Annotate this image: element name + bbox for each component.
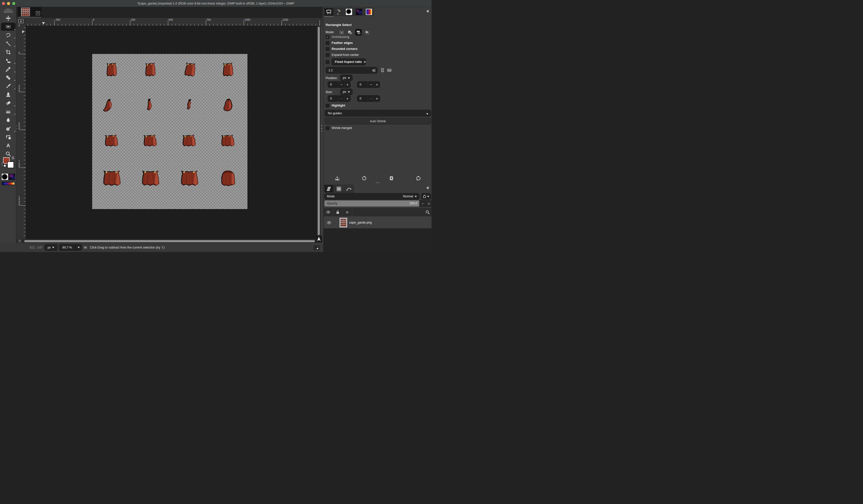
expand-from-center-checkbox[interactable] <box>326 53 329 57</box>
paintbrush-tool[interactable] <box>1 82 15 90</box>
ruler-label: 750 <box>18 160 21 167</box>
tab-gradients[interactable] <box>364 8 374 16</box>
mode-intersect-button[interactable] <box>364 29 370 36</box>
save-tool-preset-icon[interactable] <box>335 176 340 181</box>
fixed-aspect-checkbox[interactable] <box>326 60 329 64</box>
clone-tool[interactable] <box>1 91 15 99</box>
highlight-label: Highlight <box>332 104 345 107</box>
eraser-tool[interactable] <box>1 99 15 107</box>
zoom-level-field[interactable]: 60.7 % <box>59 244 75 251</box>
lock-icon <box>335 210 340 215</box>
mode-add-button[interactable] <box>347 29 353 36</box>
vertical-scrollbar[interactable] <box>317 26 321 239</box>
gradient-tool[interactable] <box>1 107 15 116</box>
chevron-down-icon <box>364 61 366 64</box>
opacity-decrement-button[interactable]: − <box>420 200 426 207</box>
tab-fonts[interactable]: abc <box>334 8 343 16</box>
layer-visibility-eye-icon[interactable] <box>327 220 332 225</box>
portrait-orientation-icon[interactable] <box>380 67 385 73</box>
text-tool[interactable] <box>1 141 15 150</box>
swap-colors-icon[interactable] <box>11 156 15 160</box>
move-tool[interactable] <box>1 14 15 22</box>
landscape-orientation-icon[interactable] <box>387 68 392 73</box>
reset-tool-options-icon[interactable] <box>416 176 421 181</box>
layer-row-cape-garde[interactable]: cape_garde.png <box>324 217 432 228</box>
zoom-dropdown-button[interactable] <box>75 244 82 251</box>
shrink-merged-checkbox[interactable] <box>326 126 329 130</box>
guides-dropdown[interactable]: No guides <box>325 110 431 117</box>
default-colors-bg-icon[interactable] <box>4 165 6 167</box>
layer-mode-switch-button[interactable] <box>421 193 431 199</box>
fuzzy-select-tool[interactable] <box>1 40 15 48</box>
size-unit-dropdown[interactable]: px <box>340 89 353 95</box>
vertical-scrollbar-thumb[interactable] <box>317 26 320 235</box>
dock-splitter-handle[interactable]: ••• <box>324 182 432 184</box>
color-picker-tool[interactable] <box>1 65 15 73</box>
position-x-spinner[interactable]: 0−+ <box>328 81 351 88</box>
effects-header-cell[interactable]: fx <box>342 208 352 216</box>
feather-edges-checkbox[interactable] <box>326 41 329 45</box>
heal-tool[interactable] <box>1 74 15 81</box>
size-width-spinner[interactable]: 0−+ <box>328 95 351 102</box>
collapse-dock-icon[interactable] <box>425 186 430 190</box>
image-tab-cape-garde[interactable]: ✕ <box>18 7 41 17</box>
background-color-swatch[interactable] <box>7 161 14 168</box>
clear-input-icon[interactable] <box>372 68 376 73</box>
ruler-label: 500 <box>168 18 173 21</box>
unit-dropdown[interactable]: px <box>45 244 58 251</box>
visibility-header-cell[interactable] <box>324 208 333 216</box>
rounded-corners-checkbox[interactable] <box>326 47 329 51</box>
eye-icon <box>326 210 330 215</box>
cape-sprite-wide <box>141 133 159 149</box>
rectangle-select-tool[interactable] <box>1 23 15 31</box>
transform-tool[interactable] <box>1 57 15 65</box>
delete-tool-preset-icon[interactable] <box>389 176 394 181</box>
navigation-preview-button[interactable] <box>316 235 322 243</box>
tab-tool-options[interactable] <box>324 8 334 16</box>
auto-shrink-button[interactable]: Auto Shrink <box>325 118 431 125</box>
active-pattern-thumbnail[interactable] <box>9 174 15 180</box>
close-image-tab-icon[interactable]: ✕ <box>36 11 40 15</box>
status-extra-button[interactable] <box>313 244 321 251</box>
blur-tool[interactable] <box>1 116 15 124</box>
size-height-spinner[interactable]: 0−+ <box>357 95 380 102</box>
vertical-ruler[interactable]: 002505007501000 <box>16 26 26 239</box>
tab-brushes[interactable] <box>344 8 353 16</box>
opacity-slider[interactable]: Opacity 100.0 <box>324 200 420 207</box>
antialiasing-checkbox[interactable]: ✓ <box>326 35 329 39</box>
mode-subtract-button[interactable] <box>355 29 362 36</box>
canvas-image-cape-garde[interactable] <box>92 54 248 209</box>
position-unit-dropdown[interactable]: px <box>340 75 353 81</box>
lock-header-cell[interactable] <box>333 208 342 216</box>
restore-tool-preset-icon[interactable] <box>362 176 367 181</box>
cape-sprite-slim <box>142 98 157 114</box>
tool-group-arrow-icon <box>14 114 15 115</box>
tab-layers[interactable] <box>324 185 334 193</box>
free-select-tool[interactable] <box>1 31 15 39</box>
aspect-ratio-input[interactable]: 1:1 <box>326 67 377 74</box>
ink-tool[interactable] <box>1 133 15 141</box>
active-brush-thumbnail[interactable] <box>2 174 8 180</box>
cursor-position-readout: -321, -147 <box>15 243 42 252</box>
smudge-tool[interactable] <box>1 125 15 132</box>
search-layers-icon[interactable] <box>425 210 430 215</box>
position-y-spinner[interactable]: 0−+ <box>357 81 380 88</box>
image-menu-button[interactable] <box>18 19 24 23</box>
fixed-aspect-dropdown[interactable]: Fixed Aspect ratio <box>332 59 366 65</box>
mode-replace-button[interactable] <box>338 29 345 36</box>
active-gradient-thumbnail[interactable] <box>2 182 15 185</box>
quick-mask-toggle-icon[interactable] <box>18 239 22 243</box>
horizontal-scrollbar-thumb[interactable] <box>24 240 315 243</box>
highlight-checkbox[interactable] <box>326 104 329 107</box>
layer-mode-dropdown[interactable]: Mode Normal <box>324 193 420 199</box>
canvas-viewport[interactable] <box>26 26 317 239</box>
layer-name[interactable]: cape_garde.png <box>349 217 372 228</box>
tab-patterns[interactable] <box>354 8 364 16</box>
opacity-increment-button[interactable]: + <box>426 200 432 207</box>
crop-tool[interactable] <box>1 48 15 56</box>
horizontal-ruler[interactable]: 0-250025050075010001250 <box>16 18 323 26</box>
collapse-dock-icon[interactable] <box>425 9 430 13</box>
tab-channels[interactable] <box>334 185 343 193</box>
dock-resize-grip[interactable] <box>321 125 322 132</box>
tab-paths[interactable] <box>344 185 353 193</box>
